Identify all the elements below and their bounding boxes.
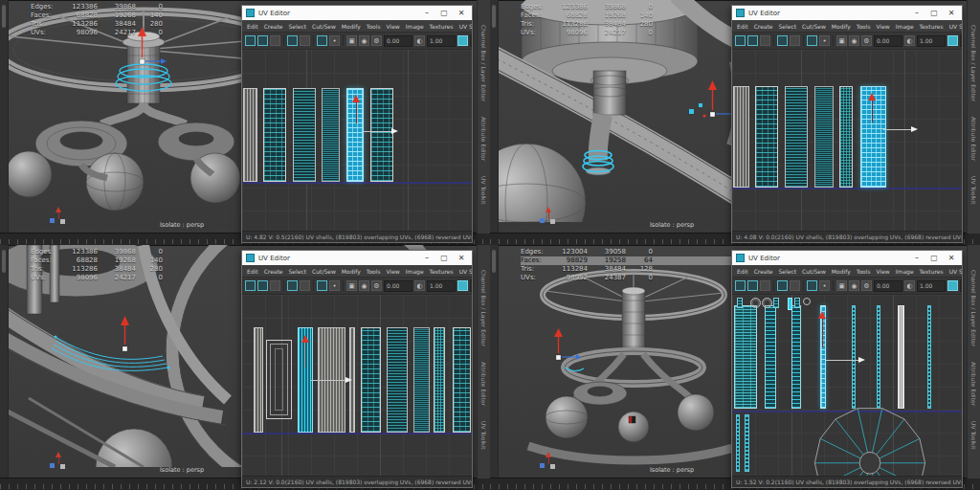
gear-icon[interactable]: ⚙ (371, 35, 382, 46)
menu-uv-sets[interactable]: UV Sets (459, 23, 472, 30)
side-tab-channel-box-layer-editor[interactable]: Channel Box / Layer Editor (480, 270, 487, 346)
menu-edit[interactable]: Edit (737, 268, 748, 275)
translate-x-manipulator[interactable] (364, 128, 398, 135)
menu-create[interactable]: Create (754, 23, 773, 30)
uv-shell[interactable] (785, 86, 808, 188)
exposure-field[interactable]: 0.00 (874, 280, 902, 292)
menu-edit[interactable]: Edit (247, 268, 258, 275)
edge-selection-icon[interactable] (747, 35, 758, 46)
uv-shell[interactable] (361, 327, 382, 433)
uv-shell[interactable] (434, 327, 445, 433)
shaded-uv-icon[interactable] (317, 280, 327, 291)
texture-borders-icon[interactable] (287, 280, 298, 291)
menu-cut-sew[interactable]: Cut/Sew (312, 268, 336, 275)
side-tab-channel-box-layer-editor[interactable]: Channel Box / Layer Editor (970, 270, 977, 346)
menu-image[interactable]: Image (406, 268, 424, 275)
uv-shell[interactable] (927, 305, 931, 409)
menu-select[interactable]: Select (779, 268, 797, 275)
face-selection-icon[interactable] (270, 280, 280, 291)
uv-canvas[interactable] (732, 295, 962, 476)
shaded-uv-icon[interactable] (807, 35, 817, 46)
menu-modify[interactable]: Modify (832, 23, 851, 30)
uv-shell-small[interactable] (803, 298, 811, 305)
gamma-field[interactable]: 1.00 (427, 35, 456, 47)
isolate-select-icon[interactable]: • (329, 35, 340, 46)
uv-shell[interactable] (263, 88, 286, 182)
texture-borders-icon[interactable] (287, 35, 298, 46)
menu-modify[interactable]: Modify (832, 268, 851, 275)
uv-shell[interactable] (736, 414, 741, 472)
uv-shell[interactable] (791, 305, 801, 409)
checker-map-icon[interactable] (790, 280, 800, 291)
menu-create[interactable]: Create (754, 268, 773, 275)
uv-selection-icon[interactable] (245, 35, 256, 46)
side-tab-attribute-editor[interactable]: Attribute Editor (480, 117, 487, 161)
uv-shell[interactable] (765, 305, 776, 409)
gear-icon[interactable]: ⚙ (371, 280, 382, 291)
image-range-icon[interactable]: ▣ (836, 280, 847, 291)
uv-canvas[interactable] (242, 50, 472, 231)
minimize-button[interactable]: – (420, 252, 434, 264)
side-tab-uv-toolkit[interactable]: UV Toolkit (970, 421, 977, 450)
gamma-field[interactable]: 1.00 (917, 280, 946, 292)
menu-select[interactable]: Select (289, 268, 307, 275)
uv-shell[interactable] (453, 327, 471, 433)
uv-selection-icon[interactable] (735, 35, 746, 46)
side-tab-uv-toolkit[interactable]: UV Toolkit (970, 176, 977, 205)
side-tab-channel-box-layer-editor[interactable]: Channel Box / Layer Editor (970, 25, 977, 101)
filter-icon[interactable]: ◉ (359, 280, 369, 291)
side-tab-attribute-editor[interactable]: Attribute Editor (970, 362, 977, 406)
uv-editor-titlebar[interactable]: UV Editor – ▢ ✕ (242, 6, 472, 20)
edge-selection-icon[interactable] (747, 280, 758, 291)
isolate-select-icon[interactable]: • (819, 35, 830, 46)
menu-select[interactable]: Select (289, 23, 307, 30)
uv-shell[interactable] (413, 327, 430, 433)
uv-shell[interactable] (734, 305, 757, 409)
uv-shell-small[interactable] (773, 298, 779, 308)
colorspace-dropdown[interactable]: ACES 1.0 SDR-video (sRGB) ▾ (470, 279, 472, 292)
uv-shell[interactable] (254, 327, 263, 433)
uv-shell[interactable] (745, 414, 749, 472)
image-range-icon[interactable]: ▣ (346, 280, 357, 291)
menu-tools[interactable]: Tools (857, 268, 871, 275)
menu-textures[interactable]: Textures (430, 268, 454, 275)
close-button[interactable]: ✕ (945, 252, 958, 264)
contrast-icon[interactable]: ◐ (414, 35, 425, 46)
colorspace-dropdown[interactable]: ACES 1.0 SDR-video (sRGB) ▾ (960, 34, 962, 47)
menu-cut-sew[interactable]: Cut/Sew (802, 268, 826, 275)
shaded-uv-icon[interactable] (317, 35, 327, 46)
menu-edit[interactable]: Edit (737, 23, 748, 30)
checker-map-icon[interactable] (790, 35, 800, 46)
colorspace-dropdown[interactable]: ACES 1.0 SDR-video (sRGB) ▾ (470, 34, 472, 47)
maximize-button[interactable]: ▢ (927, 7, 941, 19)
gamma-field[interactable]: 1.00 (917, 35, 946, 47)
image-range-icon[interactable]: ▣ (346, 35, 357, 46)
gear-icon[interactable]: ⚙ (861, 280, 872, 291)
texture-borders-icon[interactable] (777, 35, 788, 46)
menu-view[interactable]: View (877, 268, 890, 275)
uv-shell-small[interactable] (737, 298, 743, 308)
translate-x-manipulator[interactable] (311, 377, 352, 384)
maximize-button[interactable]: ▢ (437, 7, 451, 19)
translate-y-manipulator[interactable] (301, 335, 310, 368)
menu-modify[interactable]: Modify (342, 23, 361, 30)
menu-view[interactable]: View (387, 268, 400, 275)
exposure-field[interactable]: 0.00 (874, 35, 902, 47)
menu-tools[interactable]: Tools (367, 23, 381, 30)
uv-shell[interactable] (839, 86, 853, 188)
menu-modify[interactable]: Modify (342, 268, 361, 275)
contrast-icon[interactable]: ◐ (414, 280, 425, 291)
uv-editor-titlebar[interactable]: UV Editor – ▢ ✕ (732, 251, 962, 265)
edge-selection-icon[interactable] (257, 280, 268, 291)
uv-shell[interactable] (814, 86, 833, 188)
exposure-field[interactable]: 0.00 (384, 35, 412, 47)
uv-shell-small[interactable] (750, 298, 761, 308)
minimize-button[interactable]: – (910, 7, 924, 19)
menu-textures[interactable]: Textures (430, 23, 454, 30)
filter-icon[interactable]: ◉ (359, 35, 369, 46)
menu-uv-sets[interactable]: UV Sets (459, 268, 472, 275)
close-button[interactable]: ✕ (455, 7, 468, 19)
isolate-select-icon[interactable]: • (329, 280, 340, 291)
menu-uv-sets[interactable]: UV Sets (949, 268, 962, 275)
uv-selection-icon[interactable] (245, 280, 256, 291)
